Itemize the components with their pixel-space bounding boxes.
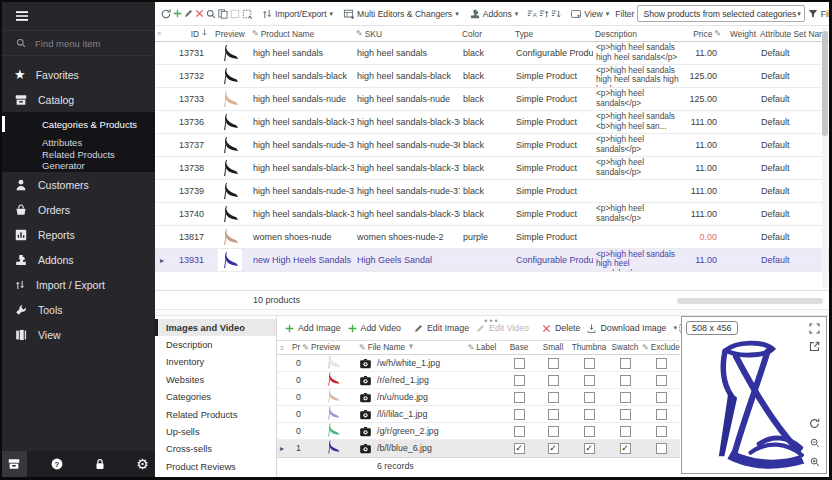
table-row[interactable]: 13732high heel sandals-blackhigh heel sa… xyxy=(155,65,829,88)
small-checkbox[interactable] xyxy=(548,426,559,437)
thumbnail-checkbox[interactable] xyxy=(584,358,595,369)
base-checkbox[interactable] xyxy=(514,392,525,403)
base-checkbox[interactable] xyxy=(514,426,525,437)
add-image-button[interactable]: Add Image xyxy=(281,323,344,334)
menu-search-input[interactable]: Find menu item xyxy=(2,30,155,56)
add-video-button[interactable]: Add Video xyxy=(344,323,404,334)
exclude-checkbox[interactable] xyxy=(656,426,667,437)
filters-menu[interactable]: Filters▾ xyxy=(805,4,832,24)
small-checkbox[interactable] xyxy=(548,409,559,420)
tab-up-sells[interactable]: Up-sells xyxy=(155,423,276,440)
image-row[interactable]: 0/l/i/lilac_1.jpg xyxy=(277,406,680,423)
thumbnail-checkbox[interactable] xyxy=(584,409,595,420)
thumbnail-checkbox[interactable] xyxy=(584,375,595,386)
tab-cross-sells[interactable]: Cross-sells xyxy=(155,441,276,458)
small-checkbox[interactable] xyxy=(548,375,559,386)
exclude-checkbox[interactable] xyxy=(656,443,667,454)
small-checkbox[interactable] xyxy=(548,358,559,369)
image-row[interactable]: 0/w/h/white_1.jpg xyxy=(277,355,680,372)
table-row[interactable]: 13736high heel sandals-black-36high heel… xyxy=(155,111,829,134)
table-row[interactable]: 13731high heel sandalshigh heel sandalsb… xyxy=(155,42,829,65)
help-button[interactable]: ? xyxy=(45,451,70,477)
exclude-checkbox[interactable] xyxy=(656,392,667,403)
paste-button[interactable] xyxy=(229,4,241,24)
tab-inventory[interactable]: Inventory xyxy=(155,354,276,371)
sidebar-item-reports[interactable]: Reports xyxy=(2,222,155,247)
tab-images-and-video[interactable]: Images and Video xyxy=(155,319,276,336)
sidebar-item-favorites[interactable]: ★Favorites xyxy=(2,62,155,87)
thumbnail-checkbox[interactable]: ✓ xyxy=(584,443,595,454)
tab-description[interactable]: Description xyxy=(155,336,276,353)
view-menu[interactable]: View▾ xyxy=(568,4,611,24)
sidebar-item-catalog[interactable]: Catalog xyxy=(2,87,155,112)
lock-button[interactable] xyxy=(88,451,113,477)
tab-categories[interactable]: Categories xyxy=(155,389,276,406)
menu-toggle[interactable] xyxy=(2,2,155,30)
small-checkbox[interactable] xyxy=(548,392,559,403)
gear-button[interactable]: ⚙ xyxy=(130,451,155,477)
image-row[interactable]: 0/g/r/green_2.jpg xyxy=(277,423,680,440)
sidebar-item-label: Tools xyxy=(38,304,63,316)
sidebar-item-import-export[interactable]: Import / Export xyxy=(2,272,155,297)
table-row[interactable]: 13817women shoes-nudewomen shoes-nude-2p… xyxy=(155,226,829,249)
column-header-pr: Pr✎ xyxy=(287,343,309,352)
tab-related-products[interactable]: Related Products xyxy=(155,406,276,423)
table-row[interactable]: 13737high heel sandals-nude-36high heel … xyxy=(155,134,829,157)
refresh-button[interactable] xyxy=(160,4,172,24)
sidebar-item-view[interactable]: View xyxy=(2,322,155,347)
edit-button[interactable] xyxy=(183,4,194,24)
swatch-checkbox[interactable] xyxy=(620,358,631,369)
base-checkbox[interactable] xyxy=(514,358,525,369)
edit-image-button[interactable]: Edit Image xyxy=(410,323,472,334)
multi-editors-changers-menu[interactable]: Multi Editors & Changers▾ xyxy=(341,4,461,24)
tab-product-reviews[interactable]: Product Reviews xyxy=(155,458,276,475)
sidebar-subitem-related-products-generator[interactable]: Related Products Generator xyxy=(2,151,155,169)
base-checkbox[interactable] xyxy=(514,375,525,386)
swatch-checkbox[interactable] xyxy=(620,409,631,420)
exclude-checkbox[interactable] xyxy=(656,409,667,420)
sidebar-item-customers[interactable]: Customers xyxy=(2,172,155,197)
sorta-button[interactable]: A xyxy=(526,4,538,24)
store-button[interactable] xyxy=(2,451,27,477)
swatch-checkbox[interactable] xyxy=(620,375,631,386)
download-image-button[interactable]: Download Image xyxy=(583,323,669,334)
sidebar-item-orders[interactable]: Orders xyxy=(2,197,155,222)
table-row[interactable]: 13739high heel sandals-nude-37high heel … xyxy=(155,180,829,203)
add-button[interactable] xyxy=(172,4,183,24)
small-checkbox[interactable]: ✓ xyxy=(548,443,559,454)
exclude-checkbox[interactable] xyxy=(656,375,667,386)
table-row[interactable]: 13740high heel sandals-black-38high heel… xyxy=(155,203,829,226)
swatch-checkbox[interactable] xyxy=(620,426,631,437)
sidebar-item-tools[interactable]: Tools xyxy=(2,297,155,322)
swatch-checkbox[interactable]: ✓ xyxy=(620,443,631,454)
table-row[interactable]: 13733high heel sandals-nudehigh heel san… xyxy=(155,88,829,111)
panel-splitter[interactable]: ••• xyxy=(155,309,829,316)
sortdown-button[interactable] xyxy=(550,4,562,24)
sidebar-subitem-categories-products[interactable]: Categories & Products xyxy=(2,115,155,133)
base-checkbox[interactable] xyxy=(514,409,525,420)
horizontal-scrollbar[interactable] xyxy=(677,298,823,304)
paste-special-button[interactable] xyxy=(241,4,253,24)
sortup-button[interactable] xyxy=(538,4,550,24)
delete-button[interactable] xyxy=(194,4,205,24)
search-button[interactable] xyxy=(205,4,217,24)
vertical-scrollbar[interactable] xyxy=(822,28,828,288)
delete-button[interactable]: Delete xyxy=(538,323,583,334)
table-row[interactable]: ▸13931new High Heels SandalsHigh Geels S… xyxy=(155,249,829,272)
addons-menu[interactable]: Addons▾ xyxy=(467,4,521,24)
exclude-checkbox[interactable] xyxy=(656,358,667,369)
swatch-checkbox[interactable] xyxy=(620,392,631,403)
category-filter-select[interactable]: Show products from selected categories▾ xyxy=(637,5,804,22)
image-row[interactable]: 0/n/u/nude.jpg xyxy=(277,389,680,406)
thumbnail-checkbox[interactable] xyxy=(584,392,595,403)
image-row[interactable]: 0/r/e/red_1.jpg xyxy=(277,372,680,389)
copy-button[interactable] xyxy=(217,4,229,24)
products-grid-statusbar: 10 products xyxy=(155,290,829,309)
sidebar-item-addons[interactable]: Addons xyxy=(2,247,155,272)
thumbnail-checkbox[interactable] xyxy=(584,426,595,437)
image-row[interactable]: ▸1/b/l/blue_6.jpg✓✓✓✓ xyxy=(277,440,680,457)
import-export-menu[interactable]: Import/Export▾ xyxy=(259,4,335,24)
base-checkbox[interactable]: ✓ xyxy=(514,443,525,454)
tab-websites[interactable]: Websites xyxy=(155,371,276,388)
table-row[interactable]: 13738high heel sandals-black-37high heel… xyxy=(155,157,829,180)
